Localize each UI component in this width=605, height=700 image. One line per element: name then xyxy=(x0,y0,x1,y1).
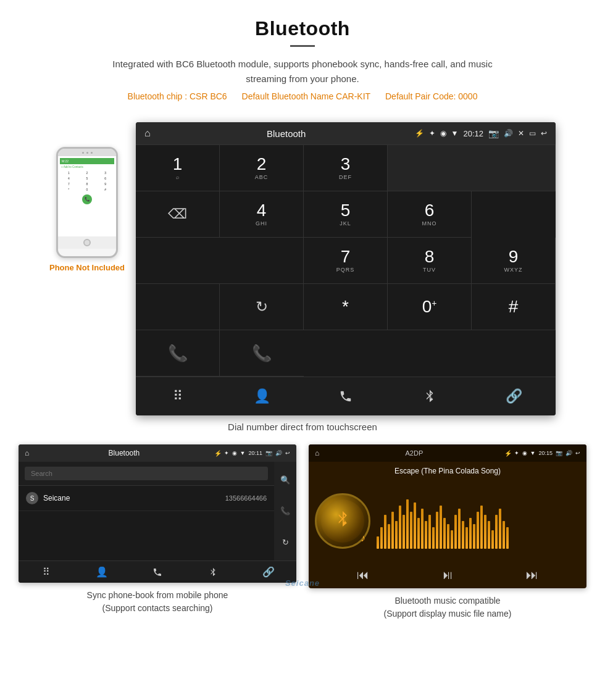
back-icon[interactable]: ↩ xyxy=(541,129,547,138)
pb-contact-row[interactable]: S Seicane 13566664466 xyxy=(19,486,274,511)
bluetooth-specs: Bluetooth chip : CSR BC6 Default Bluetoo… xyxy=(25,91,580,101)
key-4-sub: GHI xyxy=(256,220,267,227)
visualizer-bar xyxy=(447,524,449,549)
main-screen-area: M:22 + Add to Contacts 123 456 789 *0# 📞… xyxy=(0,122,605,415)
pb-bluetooth-bottom-icon[interactable] xyxy=(185,566,241,578)
close-icon: ✕ xyxy=(518,129,524,138)
play-pause-icon[interactable]: ⏯ xyxy=(441,568,454,582)
visualizer-bar xyxy=(491,530,494,549)
empty-area-3 xyxy=(136,284,220,330)
ms-song-title: Escape (The Pina Colada Song) xyxy=(309,462,586,478)
car-status-bar: ⌂ Bluetooth ⚡ ✦ ◉ ▼ 20:12 📷 🔊 ✕ ▭ ↩ xyxy=(136,122,556,144)
visualizer-bar xyxy=(403,515,405,549)
visualizer-bar xyxy=(406,499,409,549)
backspace-cell[interactable]: ⌫ xyxy=(136,191,220,238)
key-7-num: 7 xyxy=(341,248,351,265)
refresh-icon: ↻ xyxy=(256,298,268,315)
bluetooth-icon[interactable] xyxy=(388,383,472,409)
pb-wifi-icon: ▼ xyxy=(240,450,246,456)
music-caption: Bluetooth music compatible(Support displ… xyxy=(384,594,512,620)
key-3[interactable]: 3 DEF xyxy=(304,145,388,191)
volume-icon: 🔊 xyxy=(504,129,513,138)
key-2-num: 2 xyxy=(257,156,267,173)
key-hash[interactable]: # xyxy=(472,284,556,330)
ms-visualizer xyxy=(377,493,580,549)
phone-device: M:22 + Add to Contacts 123 456 789 *0# 📞 xyxy=(56,147,118,258)
pb-link-bottom-icon[interactable]: 🔗 xyxy=(241,566,296,578)
screen-icon: ▭ xyxy=(529,129,536,138)
phone-icon[interactable] xyxy=(304,383,388,409)
pb-side-phone-icon[interactable]: 📞 xyxy=(280,506,290,515)
contacts-icon[interactable]: 👤 xyxy=(220,383,304,409)
visualizer-bar xyxy=(458,509,461,549)
contact-name: Seicane xyxy=(43,494,225,502)
key-6[interactable]: 6 MNO xyxy=(388,191,472,238)
phone-dot xyxy=(91,152,93,154)
visualizer-bar xyxy=(436,512,438,549)
visualizer-bar xyxy=(410,512,412,549)
key-1[interactable]: 1 ⌕ xyxy=(136,145,220,191)
phone-screen: M:22 + Add to Contacts 123 456 789 *0# 📞 xyxy=(58,156,116,236)
ms-status-bar: ⌂ A2DP ⚡ ✦ ◉ ▼ 20:15 📷 🔊 ↩ xyxy=(309,444,586,462)
pb-contacts-area: S Seicane 13566664466 xyxy=(19,462,274,560)
key-star[interactable]: * xyxy=(304,284,388,330)
visualizer-bar xyxy=(503,521,505,549)
phone-call-button[interactable]: 📞 xyxy=(82,194,92,204)
phone-top-bar xyxy=(58,149,116,156)
visualizer-bar xyxy=(465,527,468,549)
ms-controls: ⏮ ⏯ ⏭ xyxy=(309,564,586,588)
ms-bluetooth-center-icon xyxy=(335,510,350,532)
pb-search-row xyxy=(19,462,274,486)
pb-side-search-icon[interactable]: 🔍 xyxy=(280,475,290,485)
pb-phone-bottom-icon[interactable] xyxy=(130,566,185,578)
key-5[interactable]: 5 JKL xyxy=(304,191,388,238)
call-green-cell[interactable]: 📞 xyxy=(136,330,220,377)
ms-album-inner xyxy=(321,499,364,543)
pb-side-refresh-icon[interactable]: ↻ xyxy=(282,538,289,547)
key-7[interactable]: 7 PQRS xyxy=(304,238,388,284)
key-3-sub: DEF xyxy=(339,174,352,180)
page-description: Integrated with BC6 Bluetooth module, su… xyxy=(93,57,512,86)
prev-icon[interactable]: ⏮ xyxy=(357,568,369,582)
ms-back-icon[interactable]: ↩ xyxy=(575,450,580,456)
refresh-cell[interactable]: ↻ xyxy=(220,284,304,330)
visualizer-bar xyxy=(384,515,386,549)
pb-search-input[interactable] xyxy=(25,467,268,480)
next-icon[interactable]: ⏭ xyxy=(526,568,538,582)
phone-bottom-bar xyxy=(58,236,116,249)
empty-area-2 xyxy=(136,238,304,284)
pb-back-icon[interactable]: ↩ xyxy=(285,450,290,456)
ms-bt-icon: ✦ xyxy=(514,450,519,456)
camera-icon: 📷 xyxy=(488,128,499,138)
pb-home-icon[interactable]: ⌂ xyxy=(25,449,29,457)
main-screen-label: Dial number direct from touchscreen xyxy=(0,422,605,432)
key-2[interactable]: 2 ABC xyxy=(220,145,304,191)
location-icon: ◉ xyxy=(440,129,446,138)
key-9[interactable]: 9 WXYZ xyxy=(472,238,556,284)
dialpad-icon[interactable]: ⠿ xyxy=(136,383,220,409)
bt-chip: Bluetooth chip : CSR BC6 xyxy=(128,91,227,101)
ms-home-icon[interactable]: ⌂ xyxy=(315,449,319,457)
key-4[interactable]: 4 GHI xyxy=(220,191,304,238)
key-8[interactable]: 8 TUV xyxy=(388,238,472,284)
ms-note-icon: ♪ xyxy=(361,533,365,544)
pb-status-bar: ⌂ Bluetooth ⚡ ✦ ◉ ▼ 20:11 📷 🔊 ↩ xyxy=(19,444,296,462)
pb-contacts-icon[interactable]: 👤 xyxy=(74,566,130,578)
key-0[interactable]: 0+ xyxy=(388,284,472,330)
link-icon[interactable]: 🔗 xyxy=(472,383,556,409)
visualizer-bar xyxy=(451,530,453,549)
pb-cam-icon: 📷 xyxy=(265,450,272,456)
visualizer-bar xyxy=(473,524,475,549)
pb-main-area: S Seicane 13566664466 🔍 📞 ↻ xyxy=(19,462,296,560)
page-header: Bluetooth Integrated with BC6 Bluetooth … xyxy=(0,0,605,122)
visualizer-bar xyxy=(462,521,464,549)
pb-dialpad-icon[interactable]: ⠿ xyxy=(19,566,74,578)
home-icon[interactable]: ⌂ xyxy=(144,128,151,139)
call-green-icon: 📞 xyxy=(168,344,188,363)
key-hash-num: # xyxy=(509,298,519,315)
call-red-cell[interactable]: 📞 xyxy=(220,330,304,377)
dialpad-grid: 1 ⌕ 2 ABC 3 DEF ⌫ 4 GHI 5 xyxy=(136,144,556,377)
bottom-section: ⌂ Bluetooth ⚡ ✦ ◉ ▼ 20:11 📷 🔊 ↩ xyxy=(0,444,605,588)
key-6-sub: MNO xyxy=(422,220,437,227)
key-5-sub: JKL xyxy=(340,220,351,227)
